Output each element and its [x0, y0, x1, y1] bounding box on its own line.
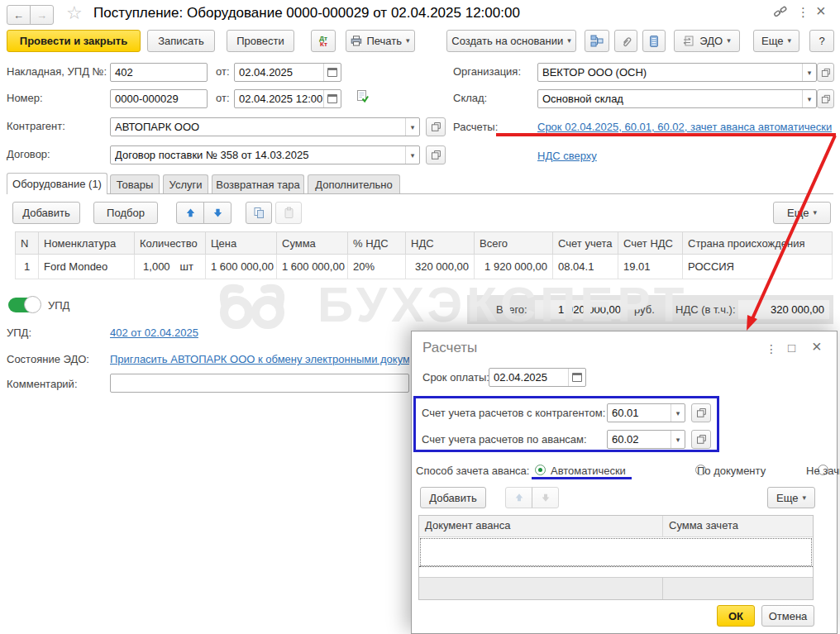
dialog-more-button[interactable]: Еще ▾	[767, 487, 815, 508]
move-down-button[interactable]	[203, 202, 231, 224]
cell-country[interactable]: РОССИЯ	[683, 255, 833, 279]
contract-open-button[interactable]	[426, 145, 446, 164]
comment-input[interactable]	[110, 374, 409, 393]
show-postings-button[interactable]: Дт Кт	[311, 30, 336, 52]
chevron-down-icon[interactable]: ▾	[671, 431, 685, 448]
radio-no-offset-label[interactable]: Не зачитывать	[806, 465, 840, 477]
invoice-number-input[interactable]: 402	[110, 63, 208, 82]
chevron-down-icon[interactable]: ▾	[671, 404, 685, 422]
contract-combo[interactable]: Договор поставки № 358 от 14.03.2025 ▾	[110, 145, 420, 164]
cell-vat-rate[interactable]: 20%	[348, 255, 406, 279]
favorite-star-icon[interactable]: ☆	[66, 2, 83, 24]
col-n[interactable]: N	[16, 232, 39, 255]
vat-mode-link[interactable]: НДС сверху	[537, 150, 597, 162]
move-up-button[interactable]	[176, 202, 204, 224]
dialog-maximize-button[interactable]: □	[788, 341, 795, 355]
col-price[interactable]: Цена	[206, 232, 277, 255]
contractor-combo[interactable]: АВТОПАРК ООО ▾	[110, 117, 420, 136]
related-documents-button[interactable]	[585, 30, 609, 52]
col-sum[interactable]: Сумма	[277, 232, 348, 255]
dialog-move-up-button[interactable]	[505, 487, 532, 508]
back-button[interactable]: ←	[7, 5, 31, 25]
contractor-open-button[interactable]	[426, 117, 446, 136]
settlements-link[interactable]: Срок 02.04.2025, 60.01, 60.02, зачет ава…	[537, 121, 832, 133]
tab-services[interactable]: Услуги	[163, 174, 208, 194]
cell-quantity[interactable]: 1,000 шт	[135, 255, 206, 279]
chevron-down-icon[interactable]: ▾	[802, 90, 816, 107]
reports-button[interactable]	[642, 30, 666, 52]
account-advance-open-button[interactable]	[691, 430, 711, 449]
organization-open-button[interactable]	[817, 63, 834, 82]
dialog-move-down-button[interactable]	[532, 487, 559, 508]
post-button[interactable]: Провести	[227, 30, 294, 52]
create-based-on-button[interactable]: Создать на основании ▾	[446, 30, 576, 52]
window-close-button[interactable]: ×	[816, 2, 826, 21]
col-country[interactable]: Страна происхождения	[683, 232, 833, 255]
radio-automatic[interactable]	[535, 465, 546, 475]
ok-button[interactable]: ОК	[717, 605, 755, 627]
col-quantity[interactable]: Количество	[135, 232, 206, 255]
col-total[interactable]: Всего	[475, 232, 553, 255]
cell-sum[interactable]: 1 600 000,00	[277, 255, 348, 279]
calendar-button[interactable]	[323, 64, 341, 81]
cell-n[interactable]: 1	[16, 255, 39, 279]
edo-button[interactable]: ЭДО ▾	[674, 30, 740, 52]
help-button[interactable]: ?	[809, 30, 834, 52]
warehouse-combo[interactable]: Основной склад ▾	[537, 89, 817, 108]
radio-by-document-label[interactable]: По документу	[697, 465, 766, 477]
tab-goods[interactable]: Товары	[110, 174, 160, 194]
chevron-down-icon[interactable]: ▾	[405, 118, 419, 136]
cell-vat-account[interactable]: 19.01	[618, 255, 683, 279]
chevron-down-icon[interactable]: ▾	[405, 146, 419, 164]
account-advance-combo[interactable]: 60.02 ▾	[607, 430, 685, 449]
account-contractor-combo[interactable]: 60.01 ▾	[607, 403, 685, 422]
warehouse-open-button[interactable]	[817, 89, 834, 108]
cell-vat[interactable]: 320 000,00	[406, 255, 475, 279]
tab-equipment[interactable]: Оборудование (1)	[7, 173, 107, 194]
upd-document-link[interactable]: 402 от 02.04.2025	[110, 327, 198, 339]
save-button[interactable]: Записать	[147, 30, 215, 52]
more-button[interactable]: Еще ▾	[753, 30, 799, 52]
col-nomenclature[interactable]: Номенклатура	[39, 232, 135, 255]
edo-state-link[interactable]: Пригласить АВТОПАРК ООО к обмену электро…	[110, 353, 409, 365]
doc-number-input[interactable]: 0000-000029	[110, 89, 208, 108]
forward-button[interactable]: →	[30, 5, 54, 25]
invoice-date-input[interactable]: 02.04.2025	[234, 63, 341, 82]
col-vat[interactable]: НДС	[406, 232, 475, 255]
radio-automatic-label[interactable]: Автоматически	[551, 465, 626, 477]
print-button[interactable]: Печать ▾	[346, 30, 415, 52]
attachments-button[interactable]	[614, 30, 637, 52]
get-link-button[interactable]	[773, 5, 788, 21]
pick-button[interactable]: Подбор	[93, 202, 158, 224]
due-date-input[interactable]: 02.04.2025	[489, 368, 586, 387]
dialog-menu-button[interactable]: ⋮	[766, 342, 777, 355]
col-advance-document[interactable]: Документ аванса	[419, 516, 663, 536]
copy-rows-button[interactable]	[246, 202, 272, 224]
paste-rows-button[interactable]	[275, 202, 302, 224]
col-offset-sum[interactable]: Сумма зачета	[663, 516, 813, 536]
tab-additional[interactable]: Дополнительно	[308, 174, 400, 194]
col-vat-account[interactable]: Счет НДС	[618, 232, 683, 255]
cell-price[interactable]: 1 600 000,00	[206, 255, 277, 279]
cell-total[interactable]: 1 920 000,00	[475, 255, 553, 279]
account-contractor-open-button[interactable]	[691, 403, 711, 422]
window-menu-button[interactable]: ⋮	[797, 5, 809, 20]
calendar-button[interactable]	[323, 90, 341, 107]
add-row-button[interactable]: Добавить	[12, 202, 80, 224]
dialog-close-button[interactable]: ×	[812, 337, 822, 356]
table-row[interactable]: 1 Ford Mondeo 1,000 шт 1 600 000,00 1 60…	[16, 255, 833, 279]
organization-combo[interactable]: ВЕКТОР ООО (ОСН) ▾	[537, 63, 817, 82]
cancel-button[interactable]: Отмена	[761, 605, 814, 627]
cell-account[interactable]: 08.04.1	[553, 255, 618, 279]
advance-table-empty-row[interactable]	[419, 537, 813, 567]
set-current-date-button[interactable]	[356, 89, 370, 106]
cell-nomenclature[interactable]: Ford Mondeo	[39, 255, 135, 279]
dialog-add-button[interactable]: Добавить	[420, 487, 486, 508]
chevron-down-icon[interactable]: ▾	[802, 64, 816, 81]
upd-toggle[interactable]	[8, 298, 40, 312]
col-vat-rate[interactable]: % НДС	[348, 232, 406, 255]
calendar-button[interactable]	[568, 369, 585, 386]
tab-returnable-packaging[interactable]: Возвратная тара	[212, 174, 304, 194]
col-account[interactable]: Счет учета	[553, 232, 618, 255]
table-more-button[interactable]: Еще ▾	[773, 202, 831, 224]
